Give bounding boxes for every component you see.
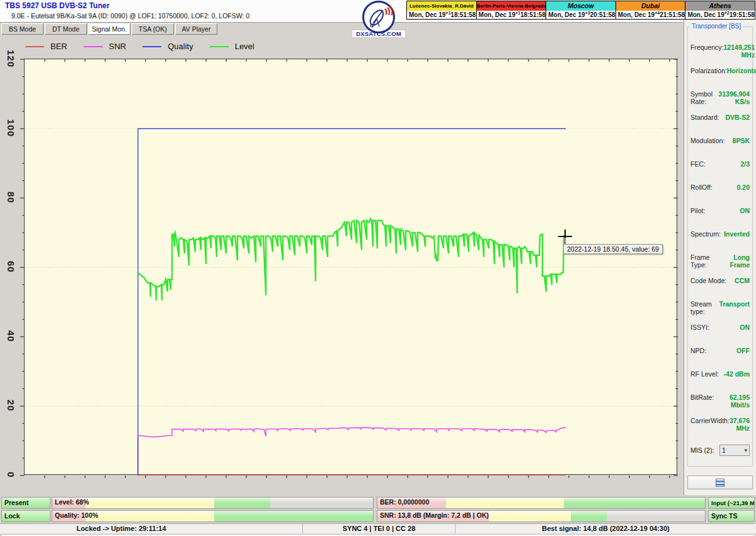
logo-satellite-dish-icon xyxy=(362,1,395,33)
tab-signal-mon[interactable]: Signal Mon. xyxy=(88,23,130,35)
sidebar-row-label: CarrierWidth: xyxy=(690,417,730,439)
clock-time: Mon, Dec 19+421:51:58 xyxy=(616,11,685,19)
world-clocks: Lučenec-Slovakia_R.DávidMon, Dec 19+118:… xyxy=(406,1,755,20)
clock-utc-offset: +1 xyxy=(445,11,450,15)
sidebar-row-value: Transport xyxy=(719,300,750,322)
ber-progressbar: BER: 0,0000000 xyxy=(377,497,706,509)
snr-label: SNR: 13,8 dB (Margin: 7,2 dB | OK) xyxy=(380,511,489,519)
clock-utc-offset: +4 xyxy=(655,11,660,15)
sidebar-row-value: 62,195 Mbit/s xyxy=(714,393,750,416)
quality-progressbar: Quality: 100% xyxy=(52,510,374,522)
best-signal-status: Best signal: 14,8 dB (2022-12-19 04:30) xyxy=(455,524,756,533)
clock-date: Mon, Dec 19 xyxy=(548,11,585,18)
legend-label: Quality xyxy=(168,42,193,51)
clock-time-value: 20:51:58 xyxy=(590,11,616,18)
sidebar-row-label: ISSYI: xyxy=(690,323,709,346)
chevron-down-icon: ▾ xyxy=(744,447,747,453)
sidebar-row-label: Standard: xyxy=(690,114,719,136)
tab-tsa-ok[interactable]: TSA (OK) xyxy=(132,23,174,35)
mis-row: MIS (2): 1 ▾ xyxy=(688,445,752,456)
legend-line-swatch xyxy=(25,46,44,47)
series-level xyxy=(138,219,566,300)
sidebar-row: Polarization:Horizontal xyxy=(688,66,752,89)
sidebar-row: RollOff:0.20 xyxy=(688,182,752,206)
sidebar-row-value: 8PSK xyxy=(733,137,750,159)
clock-utc-offset: +2 xyxy=(724,11,730,15)
clock-city-label: Lučenec-Slovakia_R.Dávid xyxy=(407,1,476,11)
sidebar-row: Code Mode:CCM xyxy=(688,276,752,299)
groupbox-title: Transponder [BS] xyxy=(690,23,743,30)
list-icon xyxy=(716,479,724,487)
clock-time-value: 21:51:58 xyxy=(660,11,685,18)
clock-date: Mon, Dec 19 xyxy=(618,11,655,18)
mis-label: MIS (2): xyxy=(690,446,714,454)
sidebar-row: Pilot:ON xyxy=(688,206,752,229)
sidebar-row-value: 37,676 MHz xyxy=(730,417,750,439)
legend-line-swatch xyxy=(210,46,229,47)
sidebar-row: Frame Type:Long Frame xyxy=(688,252,752,276)
clock-date: Mon, Dec 19 xyxy=(687,11,724,18)
header: TBS 5927 USB DVB-S2 Tuner 9.0E - Eutelsa… xyxy=(0,0,756,23)
sidebar-row: CarrierWidth:37,676 MHz xyxy=(688,416,752,439)
sidebar-row: ISSYI:ON xyxy=(688,322,752,346)
series-ber xyxy=(138,438,566,475)
sidebar-row-value: 2/3 xyxy=(740,160,750,182)
sidebar-row-value: OFF xyxy=(736,347,750,369)
signal-chart[interactable]: 2022-12-19 18.50.45, value: 69 xyxy=(24,59,677,475)
sidebar-row-label: Frame Type: xyxy=(690,253,719,276)
clock-panel: MoscowMon, Dec 19+320:51:58 xyxy=(546,1,616,19)
sidebar-row: NPD:OFF xyxy=(688,346,752,369)
snr-progressbar: SNR: 13,8 dB (Margin: 7,2 dB | OK) xyxy=(377,510,706,522)
app-window: TBS 5927 USB DVB-S2 Tuner 9.0E - Eutelsa… xyxy=(0,0,756,536)
sidebar-row-label: Modulation: xyxy=(690,137,724,159)
legend-label: BER xyxy=(50,42,67,51)
sidebar-row-label: RollOff: xyxy=(690,184,713,206)
quality-label: Quality: 100% xyxy=(55,511,98,519)
sidebar-row-value: ON xyxy=(740,207,750,229)
clock-panel: Berlin-Paris-Vienna-BelgradeMon, Dec 19+… xyxy=(476,1,546,19)
y-axis-label: 40 xyxy=(6,330,16,342)
legend-item-level: Level xyxy=(210,42,255,51)
sidebar-row: Modulation:8PSK xyxy=(688,136,752,159)
clock-utc-offset: +1 xyxy=(515,11,520,15)
series-quality xyxy=(138,129,566,475)
mis-selected-value: 1 xyxy=(722,446,726,454)
crosshair-cursor-h xyxy=(558,236,572,237)
sidebar-row-label: Polarization: xyxy=(690,67,727,89)
stream-list-button[interactable] xyxy=(687,475,753,489)
status-footer: Locked -> Uptime: 29:11:14 SYNC 4 | TEI … xyxy=(0,523,756,533)
tab-bs-mode[interactable]: BS Mode xyxy=(1,23,43,35)
legend-line-swatch xyxy=(84,46,103,47)
clock-time-value: 18:51:58 xyxy=(450,11,476,18)
mis-select[interactable]: 1 ▾ xyxy=(719,445,750,456)
clock-date: Mon, Dec 19 xyxy=(479,11,515,18)
sidebar-row-label: Code Mode: xyxy=(690,277,726,299)
y-axis-label: 100 xyxy=(6,119,16,137)
chart-legend: BERSNRQualityLevel xyxy=(25,42,255,51)
sidebar-row: Symbol Rate:31396,904 KS/s xyxy=(688,89,752,112)
sidebar-row: Stream type:Transport xyxy=(688,299,752,322)
sidebar-row-label: Stream type: xyxy=(690,300,719,322)
sidebar-row-value: Long Frame xyxy=(719,253,750,276)
sync-status: SYNC 4 | TEI 0 | CC 28 xyxy=(303,524,455,533)
clock-time-value: 19:51:58 xyxy=(730,11,755,18)
y-axis-label: 60 xyxy=(6,261,16,273)
y-axis-label: 80 xyxy=(6,192,16,204)
signal-monitor-panel: BERSNRQualityLevel 2022-12-19 18.50.45, … xyxy=(0,35,684,495)
sidebar-row-label: Symbol Rate: xyxy=(690,90,718,112)
window-title: TBS 5927 USB DVB-S2 Tuner xyxy=(5,1,110,10)
tab-av-player[interactable]: AV Player xyxy=(175,23,217,35)
legend-item-snr: SNR xyxy=(84,42,126,51)
sidebar-row-label: BitRate: xyxy=(690,393,714,416)
mode-tabbar: BS ModeDT ModeSignal Mon.TSA (OK)AV Play… xyxy=(1,23,217,35)
dxsatcs-logo: DXSATCS.COM xyxy=(352,1,406,40)
clock-time: Mon, Dec 19+118:51:58 xyxy=(477,11,546,19)
chart-tooltip: 2022-12-19 18.50.45, value: 69 xyxy=(563,244,663,254)
clock-city-label: Dubai xyxy=(616,1,685,11)
sidebar-row: RF Level:-42 dBm xyxy=(688,369,752,392)
level-progressbar: Level: 68% xyxy=(52,497,374,509)
ber-label: BER: 0,0000000 xyxy=(380,498,429,506)
transponder-subtitle: 9.0E - Eutelsat 9B/Ka-Sat 9A (ID: 0090) … xyxy=(11,12,249,20)
tab-dt-mode[interactable]: DT Mode xyxy=(45,23,87,35)
sidebar-row-value: Horizontal xyxy=(727,67,756,89)
